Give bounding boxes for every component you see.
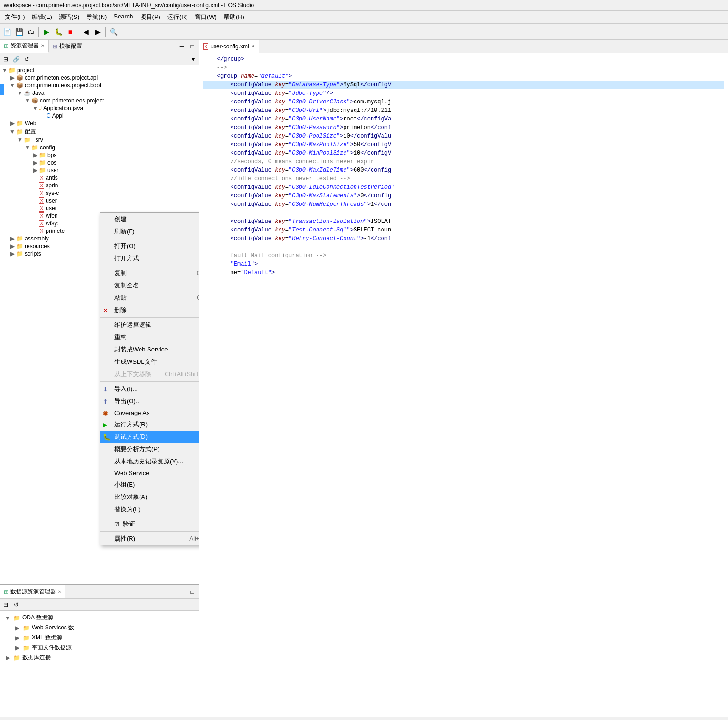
- tree-item-user1[interactable]: X user: [0, 197, 199, 204]
- ctx-remove[interactable]: 从上下文移除 Ctrl+Alt+Shift+向下: [100, 368, 199, 380]
- editor-tab-userconfig[interactable]: X user-config.xml ✕: [199, 40, 259, 53]
- ctx-copy[interactable]: 复制 Ctrl+C: [100, 267, 199, 279]
- menu-help[interactable]: 帮助(H): [221, 12, 247, 22]
- minimize-bottom-btn[interactable]: ─: [177, 587, 187, 597]
- ctx-open-with[interactable]: 打开方式 ▶: [100, 252, 199, 265]
- run-btn[interactable]: ▶: [41, 27, 52, 37]
- ds-refresh-btn[interactable]: ↺: [11, 600, 21, 609]
- toggle-java[interactable]: ▼: [16, 90, 24, 96]
- ctx-properties[interactable]: 属性(R) Alt+Enter: [100, 533, 199, 545]
- tab-close-resource[interactable]: ✕: [41, 43, 45, 48]
- toggle-config[interactable]: ▼: [24, 144, 31, 151]
- minimize-left-btn[interactable]: ─: [177, 42, 187, 51]
- tree-item-web[interactable]: ▶ 📁 Web: [0, 120, 199, 127]
- ctx-open[interactable]: 打开(O): [100, 240, 199, 252]
- menu-edit[interactable]: 编辑(E): [29, 12, 55, 22]
- view-menu-btn[interactable]: ▼: [188, 55, 198, 64]
- tree-item-sysc[interactable]: X sys-c: [0, 189, 199, 197]
- new-btn[interactable]: 📄: [2, 27, 12, 37]
- link-editor-btn[interactable]: 🔗: [11, 55, 21, 64]
- editor-tab-close[interactable]: ✕: [251, 44, 255, 49]
- toggle-bps[interactable]: ▶: [31, 152, 39, 158]
- back-btn[interactable]: ◀: [81, 27, 91, 37]
- refresh-btn[interactable]: ↺: [22, 55, 31, 64]
- tree-item-sprin[interactable]: X sprin: [0, 182, 199, 189]
- ctx-export[interactable]: ⬆ 导出(O)...: [100, 395, 199, 407]
- tab-close-datasource[interactable]: ✕: [58, 589, 62, 594]
- ctx-profile[interactable]: 概要分析方式(P) ▶: [100, 443, 199, 455]
- ctx-team[interactable]: 小组(E) ▶: [100, 479, 199, 491]
- ds-oda[interactable]: ▼ 📁 ODA 数据源: [2, 613, 197, 623]
- tree-item-srv[interactable]: ▼ 📁 _srv: [0, 136, 199, 144]
- tree-item-java[interactable]: ▼ ☕ Java: [0, 89, 199, 97]
- tab-template-config[interactable]: ⊞ 模板配置: [49, 40, 86, 53]
- ds-dbconn[interactable]: ▶ 📁 数据库连接: [2, 653, 197, 663]
- tree-item-user-folder[interactable]: ▶ 📁 user: [0, 166, 199, 174]
- ctx-maintain[interactable]: 维护运算逻辑: [100, 319, 199, 331]
- toggle-config-root[interactable]: ▼: [9, 129, 16, 135]
- menu-window[interactable]: 窗口(W): [192, 12, 220, 22]
- save-all-btn[interactable]: 🗂: [26, 27, 36, 37]
- tree-item-eos[interactable]: ▶ 📁 eos: [0, 159, 199, 166]
- ctx-validate[interactable]: ☑ 验证: [100, 518, 199, 530]
- menu-run[interactable]: 运行(R): [164, 12, 191, 22]
- menu-nav[interactable]: 导航(N): [83, 12, 110, 22]
- stop-btn[interactable]: ■: [65, 27, 75, 37]
- ctx-create[interactable]: 创建 ▶: [100, 213, 199, 225]
- toggle-project-pkg[interactable]: ▼: [24, 97, 31, 104]
- forward-btn[interactable]: ▶: [93, 27, 103, 37]
- toggle-web[interactable]: ▶: [9, 120, 16, 127]
- ctx-wsdl[interactable]: 生成WSDL文件: [100, 356, 199, 368]
- tree-item-bps[interactable]: ▶ 📁 bps: [0, 151, 199, 159]
- ctx-run-as[interactable]: ▶ 运行方式(R) ▶: [100, 418, 199, 431]
- toggle-srv[interactable]: ▼: [16, 137, 24, 143]
- ctx-webservice[interactable]: 封装成Web Service: [100, 343, 199, 356]
- ctx-web-service[interactable]: Web Service ▶: [100, 468, 199, 479]
- ctx-restore-history[interactable]: 从本地历史记录复原(Y)...: [100, 455, 199, 468]
- tree-root-project[interactable]: ▼ 📁 project: [0, 66, 199, 74]
- toggle-application[interactable]: ▼: [31, 105, 39, 111]
- ctx-paste[interactable]: 粘贴 Ctrl+V: [100, 292, 199, 304]
- tree-item-config[interactable]: ▼ 📁 config: [0, 144, 199, 151]
- toggle-assembly[interactable]: ▶: [9, 235, 16, 242]
- toggle-user[interactable]: ▶: [31, 167, 39, 174]
- tree-item-user2[interactable]: X user: [0, 204, 199, 212]
- ctx-coverage[interactable]: ◉ Coverage As ▶: [100, 407, 199, 418]
- tab-resource-manager[interactable]: ⊞ 资源管理器 ✕: [0, 40, 49, 53]
- menu-source[interactable]: 源码(S): [56, 12, 82, 22]
- tab-datasource-manager[interactable]: ⊞ 数据源资源管理器 ✕: [0, 585, 65, 598]
- menu-file[interactable]: 文件(F): [2, 12, 28, 22]
- ctx-replace[interactable]: 替换为(L) ▶: [100, 503, 199, 516]
- save-btn[interactable]: 💾: [14, 27, 24, 37]
- ctx-compare[interactable]: 比较对象(A) ▶: [100, 491, 199, 503]
- ctx-refresh[interactable]: 刷新(F) F5: [100, 225, 199, 238]
- toggle-boot[interactable]: ▼: [9, 82, 16, 89]
- toggle-eos[interactable]: ▶: [31, 159, 39, 166]
- ds-xml[interactable]: ▶ 📁 XML 数据源: [2, 633, 197, 643]
- tree-item-project-pkg[interactable]: ▼ 📦 com.primeton.eos.project: [0, 97, 199, 104]
- maximize-bottom-btn[interactable]: □: [187, 587, 197, 597]
- tree-item-appl[interactable]: C Appl: [0, 112, 199, 120]
- ctx-import[interactable]: ⬇ 导入(I)...: [100, 383, 199, 395]
- ctx-copy-fullname[interactable]: 复制全名: [100, 279, 199, 292]
- menu-project[interactable]: 项目(P): [137, 12, 163, 22]
- tree-item-api[interactable]: ▶ 📦 com.primeton.eos.project.api: [0, 74, 199, 82]
- ds-webservices[interactable]: ▶ 📁 Web Services 数: [2, 623, 197, 633]
- maximize-left-btn[interactable]: □: [187, 42, 197, 51]
- search-btn[interactable]: 🔍: [108, 27, 119, 37]
- menu-search[interactable]: Search: [111, 12, 136, 22]
- toggle-api[interactable]: ▶: [9, 74, 16, 81]
- ds-flatfile[interactable]: ▶ 📁 平面文件数据源: [2, 643, 197, 653]
- ctx-debug-as[interactable]: 🐛 调试方式(D) ▶ 🖥 1 在服务器上调试 Alt+Shift+D, R ☕…: [100, 431, 199, 443]
- debug-btn[interactable]: 🐛: [53, 27, 64, 37]
- collapse-all-btn[interactable]: ⊟: [1, 55, 10, 64]
- tree-item-application[interactable]: ▼ J Application.java: [0, 104, 199, 112]
- tree-item-config-root[interactable]: ▼ 📁 配置: [0, 127, 199, 136]
- ctx-refactor[interactable]: 重构 ▶: [100, 331, 199, 343]
- toggle-scripts[interactable]: ▶: [9, 250, 16, 257]
- toggle-project[interactable]: ▼: [1, 67, 9, 74]
- code-editor[interactable]: </group> --> <group name="default"> <con…: [199, 53, 728, 717]
- tree-item-boot[interactable]: ▼ 📦 com.primeton.eos.project.boot: [0, 82, 199, 89]
- toggle-resources[interactable]: ▶: [9, 243, 16, 249]
- ctx-delete[interactable]: ✕ 删除 删除: [100, 304, 199, 316]
